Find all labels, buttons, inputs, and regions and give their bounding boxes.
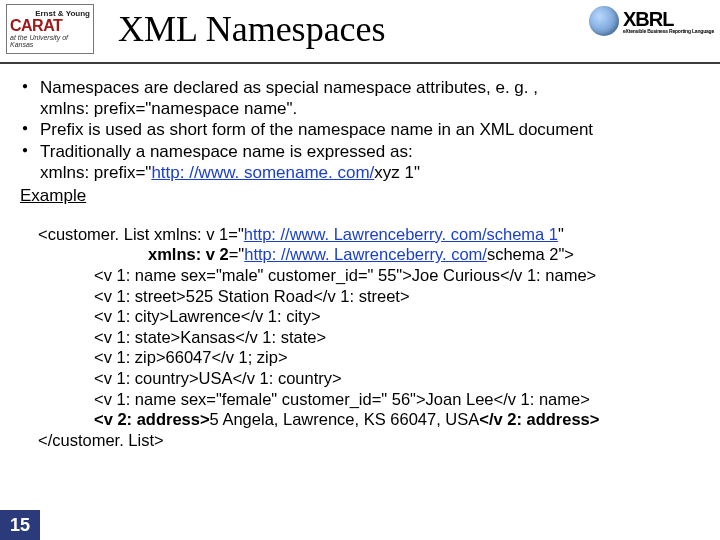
slide-number: 15 xyxy=(0,510,40,540)
page-title: XML Namespaces xyxy=(118,8,386,50)
xbrl-sub: eXtensible Business Reporting Language xyxy=(623,29,714,34)
link-schema1[interactable]: http: //www. Lawrenceberry. com/schema 1 xyxy=(244,225,558,243)
code-line-11: </customer. List> xyxy=(38,430,712,451)
link-somename[interactable]: http: //www. somename. com/ xyxy=(151,163,374,182)
example-label: Example xyxy=(20,186,712,206)
code-line-7: <v 1: zip>66047</v 1; zip> xyxy=(38,347,712,368)
bullet-3: Traditionally a namespace name is expres… xyxy=(40,142,712,183)
code-line-8: <v 1: country>USA</v 1: country> xyxy=(38,368,712,389)
logo-carat: Ernst & Young CARAT at the University of… xyxy=(6,4,94,54)
bullet-2: Prefix is used as short form of the name… xyxy=(40,120,712,141)
bullet-1: Namespaces are declared as special names… xyxy=(40,78,712,119)
code-line-10: <v 2: address>5 Angela, Lawrence, KS 660… xyxy=(38,409,712,430)
code-block: <customer. List xmlns: v 1="http: //www.… xyxy=(38,224,712,451)
carat-sub: at the University of Kansas xyxy=(10,34,90,48)
code-line-3: <v 1: name sex="male" customer_id=" 55">… xyxy=(38,265,712,286)
globe-icon xyxy=(589,6,619,36)
xbrl-main: XBRL xyxy=(623,9,714,29)
code-line-2: xmlns: v 2="http: //www. Lawrenceberry. … xyxy=(38,244,712,265)
logo-xbrl: XBRL eXtensible Business Reporting Langu… xyxy=(589,6,714,36)
code-line-1: <customer. List xmlns: v 1="http: //www.… xyxy=(38,224,712,245)
carat-text: CARAT xyxy=(10,18,62,34)
bullet-list: Namespaces are declared as special names… xyxy=(12,78,712,184)
link-schema2[interactable]: http: //www. Lawrenceberry. com/ xyxy=(244,245,487,263)
code-line-5: <v 1: city>Lawrence</v 1: city> xyxy=(38,306,712,327)
code-line-9: <v 1: name sex="female" customer_id=" 56… xyxy=(38,389,712,410)
code-line-6: <v 1: state>Kansas</v 1: state> xyxy=(38,327,712,348)
code-line-4: <v 1: street>525 Station Road</v 1: stre… xyxy=(38,286,712,307)
